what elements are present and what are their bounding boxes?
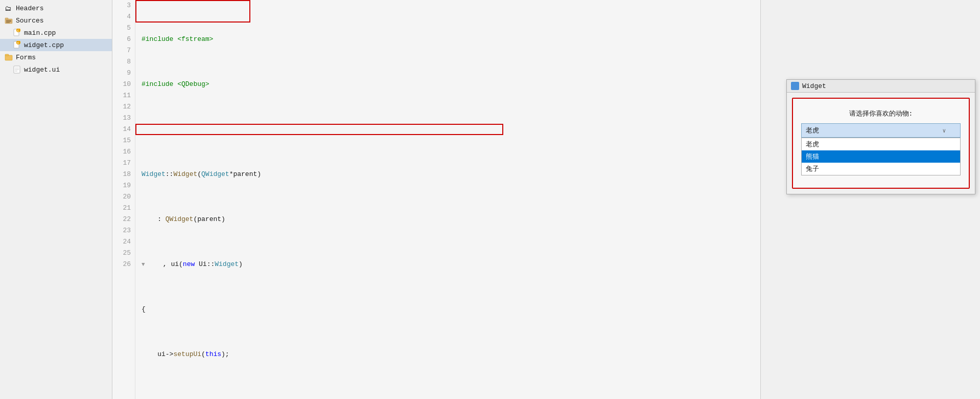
svg-rect-12	[5, 55, 12, 60]
line-17: 17	[116, 158, 131, 169]
code-line-6: Widget::Widget(QWidget *parent)	[142, 169, 760, 180]
line-8: 8	[116, 56, 131, 68]
headers-icon: 🗂	[4, 4, 13, 13]
combo-dropdown-arrow: ∨	[942, 127, 946, 134]
line-10: 10	[116, 79, 131, 90]
sidebar-item-widget-cpp[interactable]: C widget.cpp	[0, 39, 112, 51]
line-14: 14	[116, 124, 131, 135]
line-22: 22	[116, 214, 131, 225]
combo-item-tiger[interactable]: 老虎	[802, 138, 960, 150]
main-cpp-icon: C	[12, 28, 21, 37]
widget-cpp-icon: C	[12, 40, 21, 50]
sidebar-item-main-cpp[interactable]: C main.cpp	[0, 27, 112, 39]
line-9: 9	[116, 68, 131, 79]
line-7: 7	[116, 45, 131, 56]
combo-box[interactable]: 老虎 ∨ 老虎 熊猫 兔子	[801, 123, 961, 175]
line-15: 15	[116, 135, 131, 146]
combo-selected-text: 老虎	[806, 126, 819, 135]
sidebar-item-headers-label: Headers	[16, 5, 44, 12]
sidebar-item-main-cpp-label: main.cpp	[24, 29, 56, 37]
widget-preview-panel: Widget 请选择你喜欢的动物: 老虎 ∨ 老虎 熊猫 兔子	[760, 0, 980, 399]
svg-text:🗂: 🗂	[5, 5, 11, 12]
line-16: 16	[116, 146, 131, 158]
line-4: 4	[116, 11, 131, 23]
widget-ui-icon	[12, 65, 21, 74]
line-numbers: 3 4 5 6 7 8 9 10 11 12 13 14 15 16 17 18…	[112, 0, 135, 399]
svg-text:C: C	[17, 30, 19, 33]
line-6: 6	[116, 34, 131, 45]
line-25: 25	[116, 248, 131, 259]
combo-selected-item[interactable]: 老虎 ∨	[801, 123, 961, 138]
widget-title: Widget	[802, 82, 826, 90]
code-editor: 3 4 5 6 7 8 9 10 11 12 13 14 15 16 17 18…	[112, 0, 760, 399]
code-line-10: ui->setupUi(this);	[142, 349, 760, 360]
line-19: 19	[116, 180, 131, 191]
svg-rect-2	[5, 18, 8, 19]
line-12: 12	[116, 101, 131, 113]
code-line-3: #include <fstream>	[142, 34, 760, 45]
code-content: 3 4 5 6 7 8 9 10 11 12 13 14 15 16 17 18…	[112, 0, 760, 399]
line-26: 26	[116, 259, 131, 270]
line-21: 21	[116, 203, 131, 214]
line-20: 20	[116, 191, 131, 203]
svg-text:C: C	[17, 42, 19, 45]
widget-titlebar-icon	[791, 82, 799, 90]
code-text: #include <fstream> #include <QDebug> Wid…	[135, 0, 760, 399]
sources-folder-icon	[4, 16, 13, 25]
widget-window: Widget 请选择你喜欢的动物: 老虎 ∨ 老虎 熊猫 兔子	[786, 79, 975, 194]
widget-animal-label: 请选择你喜欢的动物:	[801, 109, 961, 118]
code-line-5	[142, 124, 760, 135]
line-11: 11	[116, 90, 131, 101]
file-tree: 🗂 Headers Sources C main.cpp	[0, 0, 112, 399]
code-line-9: {	[142, 304, 760, 315]
fold-arrow-8[interactable]: ▼	[142, 259, 145, 270]
line-3: 3	[116, 0, 131, 11]
forms-icon	[4, 53, 13, 62]
sidebar-item-forms-label: Forms	[16, 54, 36, 61]
code-line-4: #include <QDebug>	[142, 79, 760, 90]
sidebar-item-sources[interactable]: Sources	[0, 14, 112, 27]
widget-titlebar: Widget	[787, 80, 975, 93]
line-13: 13	[116, 113, 131, 124]
line-18: 18	[116, 169, 131, 180]
sidebar-item-widget-cpp-label: widget.cpp	[24, 41, 64, 49]
combo-item-panda[interactable]: 熊猫	[802, 150, 960, 163]
sidebar-item-widget-ui[interactable]: widget.ui	[0, 63, 112, 76]
widget-body: 请选择你喜欢的动物: 老虎 ∨ 老虎 熊猫 兔子	[792, 98, 970, 189]
sidebar-item-headers[interactable]: 🗂 Headers	[0, 2, 112, 14]
sidebar-item-sources-label: Sources	[16, 17, 44, 25]
code-line-7: : QWidget(parent)	[142, 214, 760, 225]
code-line-11	[142, 394, 760, 399]
line-24: 24	[116, 236, 131, 248]
line-23: 23	[116, 225, 131, 236]
combo-item-rabbit[interactable]: 兔子	[802, 163, 960, 175]
code-line-8: ▼ , ui(new Ui::Widget)	[142, 259, 760, 270]
svg-rect-13	[5, 54, 9, 56]
sidebar-item-widget-ui-label: widget.ui	[24, 66, 60, 74]
combo-dropdown-list: 老虎 熊猫 兔子	[801, 138, 961, 175]
line-5: 5	[116, 23, 131, 34]
sidebar-item-forms[interactable]: Forms	[0, 51, 112, 63]
